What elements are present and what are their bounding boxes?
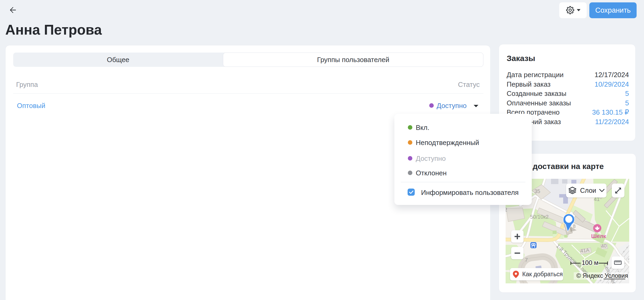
svg-text:100 м: 100 м <box>582 259 598 266</box>
svg-text:© Яндекс Условия: © Яндекс Условия <box>576 272 628 279</box>
svg-text:Шелк: Шелк <box>591 233 606 239</box>
